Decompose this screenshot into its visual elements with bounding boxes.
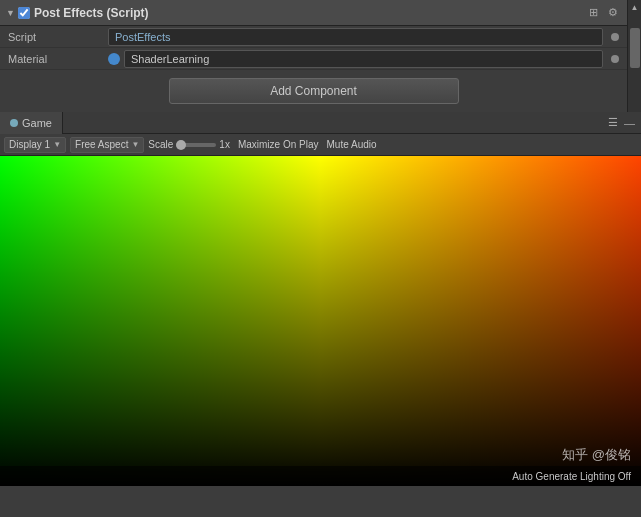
game-tab[interactable]: Game xyxy=(0,112,63,134)
component-header: ▼ Post Effects (Script) ⊞ ⚙ xyxy=(0,0,627,26)
scale-label: Scale xyxy=(148,139,173,150)
display-dropdown[interactable]: Display 1 ▼ xyxy=(4,137,66,153)
aspect-arrow-icon: ▼ xyxy=(131,140,139,149)
material-icon xyxy=(108,53,120,65)
component-title: Post Effects (Script) xyxy=(34,6,149,20)
material-settings-dot[interactable] xyxy=(611,55,619,63)
game-toolbar: Display 1 ▼ Free Aspect ▼ Scale 1x Maxim… xyxy=(0,134,641,156)
maximize-on-play-label[interactable]: Maximize On Play xyxy=(234,139,323,150)
script-settings-dot[interactable] xyxy=(611,33,619,41)
mute-audio-label[interactable]: Mute Audio xyxy=(327,139,377,150)
status-bar: Auto Generate Lighting Off xyxy=(0,466,641,486)
header-icons: ▼ xyxy=(6,7,30,19)
game-canvas xyxy=(0,156,641,486)
component-expand-btn[interactable]: ⊞ xyxy=(585,5,601,21)
scale-control: Scale 1x xyxy=(148,139,230,150)
script-value-container xyxy=(108,28,619,46)
inspector-scrollbar[interactable]: ▲ ▼ xyxy=(627,0,641,130)
script-field[interactable] xyxy=(108,28,603,46)
material-label: Material xyxy=(8,53,108,65)
add-component-row: Add Component xyxy=(0,70,627,112)
display-label: Display 1 xyxy=(9,139,50,150)
game-tab-bar: Game ☰ — xyxy=(0,112,641,134)
script-property-row: Script xyxy=(0,26,627,48)
aspect-label: Free Aspect xyxy=(75,139,128,150)
scale-value: 1x xyxy=(219,139,230,150)
script-label: Script xyxy=(8,31,108,43)
component-settings-btn[interactable]: ⚙ xyxy=(605,5,621,21)
header-right-icons: ⊞ ⚙ xyxy=(585,5,621,21)
game-tab-dot xyxy=(10,119,18,127)
display-arrow-icon: ▼ xyxy=(53,140,61,149)
add-component-button[interactable]: Add Component xyxy=(169,78,459,104)
material-field[interactable] xyxy=(124,50,603,68)
scrollbar-thumb[interactable] xyxy=(630,28,640,68)
tab-lock-btn[interactable]: — xyxy=(624,117,641,129)
component-header-left: ▼ Post Effects (Script) xyxy=(6,6,585,20)
aspect-dropdown[interactable]: Free Aspect ▼ xyxy=(70,137,144,153)
status-text: Auto Generate Lighting Off xyxy=(512,471,631,482)
inspector-panel: ▼ Post Effects (Script) ⊞ ⚙ Script Mater… xyxy=(0,0,641,112)
triangle-icon[interactable]: ▼ xyxy=(6,8,15,18)
material-value-container xyxy=(108,50,619,68)
tab-menu-btn[interactable]: ☰ xyxy=(608,116,624,129)
component-enabled-checkbox[interactable] xyxy=(18,7,30,19)
scale-slider[interactable] xyxy=(176,143,216,147)
scroll-up-arrow[interactable]: ▲ xyxy=(631,0,639,14)
game-tab-label: Game xyxy=(22,117,52,129)
material-property-row: Material xyxy=(0,48,627,70)
game-viewport: Auto Generate Lighting Off 知乎 @俊铭 xyxy=(0,156,641,486)
game-panel: Game ☰ — Display 1 ▼ Free Aspect ▼ Scale… xyxy=(0,112,641,486)
